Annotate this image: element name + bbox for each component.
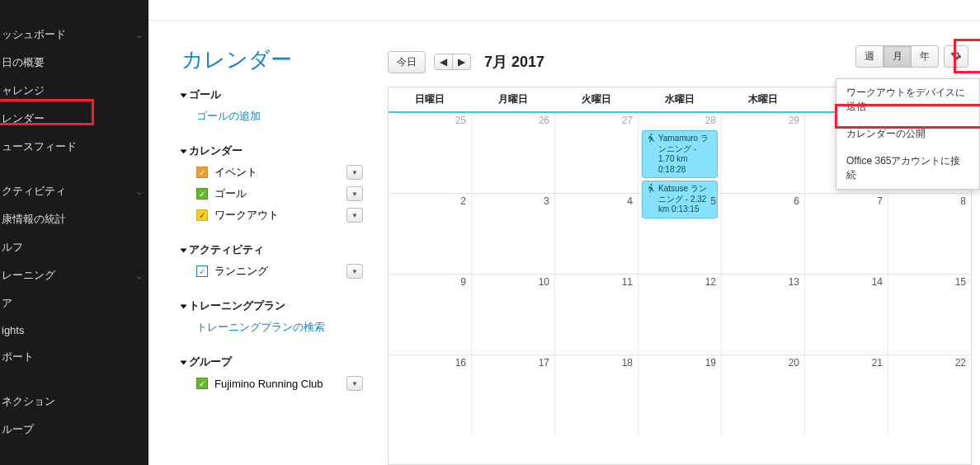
calendar-cell[interactable]: 10 bbox=[472, 275, 555, 355]
calendar-cell[interactable]: 12 bbox=[638, 275, 722, 355]
view-month-button[interactable]: 月 bbox=[883, 45, 912, 68]
sidebar-item[interactable]: ポート bbox=[0, 343, 148, 371]
checkbox-event[interactable]: ✓ bbox=[196, 167, 208, 178]
calendar-cell[interactable]: 3 bbox=[472, 194, 555, 274]
checkbox-workout[interactable]: ✓ bbox=[196, 209, 208, 221]
settings-dropdown: ワークアウトをデバイスに送信 カレンダーの公開 Office 365アカウントに… bbox=[836, 78, 980, 190]
calendar-cell[interactable]: 6 bbox=[722, 194, 805, 274]
checkbox-group[interactable]: ✓ bbox=[196, 378, 208, 389]
app-logo bbox=[0, 0, 148, 21]
sidebar-item[interactable]: 日の概要 bbox=[0, 49, 148, 77]
calendar-cell[interactable]: 8 bbox=[888, 194, 971, 274]
calendar-cell[interactable]: 19 bbox=[638, 355, 722, 436]
day-header-cell: 木曜日 bbox=[721, 87, 804, 111]
sidebar-item[interactable]: ア bbox=[0, 289, 148, 317]
menu-publish-calendar[interactable]: カレンダーの公開 bbox=[836, 120, 979, 148]
add-goal-link[interactable]: ゴールの追加 bbox=[181, 106, 363, 127]
calendar-week-row: 9101112131415 bbox=[389, 275, 971, 355]
sidebar-item[interactable]: コフィーケース bbox=[0, 460, 148, 465]
day-number: 18 bbox=[622, 357, 633, 369]
calendar-cell[interactable]: 9 bbox=[389, 275, 472, 355]
sidebar-item-label: ュースフィード bbox=[2, 139, 77, 154]
day-header-cell: 日曜日 bbox=[389, 87, 472, 111]
menu-send-workout[interactable]: ワークアウトをデバイスに送信 bbox=[836, 79, 979, 120]
section-activity[interactable]: アクティビティ bbox=[181, 237, 363, 261]
next-button[interactable]: ▶ bbox=[453, 54, 471, 70]
sidebar-item[interactable]: ャレンジ bbox=[0, 77, 148, 105]
filter-workout-row: ✓ワークアウト ▼ bbox=[181, 204, 363, 226]
day-number: 27 bbox=[622, 115, 633, 126]
sidebar-item-label: ループ bbox=[2, 422, 34, 437]
calendar-cell[interactable]: 21 bbox=[805, 355, 888, 436]
dropdown-goal[interactable]: ▼ bbox=[346, 186, 363, 201]
calendar-cell[interactable]: 26 bbox=[472, 113, 555, 193]
dropdown-workout[interactable]: ▼ bbox=[346, 208, 363, 223]
calendar-event[interactable]: Yamamuro ランニング - 1.70 km 0:18:28 bbox=[642, 130, 718, 178]
sidebar-item[interactable]: ループ bbox=[0, 416, 148, 444]
day-number: 22 bbox=[955, 357, 966, 369]
dropdown-group[interactable]: ▼ bbox=[346, 376, 363, 391]
prev-button[interactable]: ◀ bbox=[434, 54, 453, 70]
calendar-cell[interactable]: 15 bbox=[888, 275, 971, 355]
calendar-cell[interactable]: 13 bbox=[722, 275, 805, 355]
day-number: 6 bbox=[794, 195, 799, 207]
dropdown-event[interactable]: ▼ bbox=[346, 165, 363, 180]
checkbox-goal[interactable]: ✓ bbox=[196, 188, 208, 200]
calendar-cell[interactable]: 22 bbox=[888, 355, 971, 436]
chevron-down-icon: ⌵ bbox=[137, 271, 142, 280]
sidebar-item-label: ア bbox=[2, 296, 12, 311]
view-week-button[interactable]: 週 bbox=[855, 45, 883, 68]
calendar-cell[interactable]: 29 bbox=[722, 113, 805, 193]
sidebar-item-label: 康情報の統計 bbox=[2, 212, 66, 227]
day-number: 9 bbox=[460, 276, 466, 288]
calendar-cell[interactable]: 7 bbox=[805, 194, 888, 274]
page-title: カレンダー bbox=[181, 45, 292, 74]
section-group[interactable]: グループ bbox=[181, 350, 363, 373]
section-calendar[interactable]: カレンダー bbox=[181, 139, 363, 162]
filter-workout-label: ワークアウト bbox=[214, 208, 279, 223]
day-number: 14 bbox=[872, 276, 883, 288]
view-switch: 週 月 年 bbox=[855, 45, 939, 68]
calendar-cell[interactable]: 5 bbox=[638, 194, 722, 274]
calendar-cell[interactable]: 27 bbox=[555, 113, 638, 193]
sidebar-item[interactable]: レンダー bbox=[0, 105, 148, 133]
day-number: 12 bbox=[705, 276, 716, 288]
settings-button[interactable] bbox=[944, 45, 968, 68]
runner-icon bbox=[646, 184, 656, 194]
dropdown-running[interactable]: ▼ bbox=[346, 264, 363, 279]
sidebar-item[interactable]: 康情報の統計 bbox=[0, 205, 148, 233]
sidebar-item[interactable]: ルフ bbox=[0, 233, 148, 261]
calendar-cell[interactable]: 14 bbox=[805, 275, 888, 355]
today-button[interactable]: 今日 bbox=[388, 51, 426, 73]
calendar-cell[interactable]: 2 bbox=[389, 194, 472, 274]
runner-icon bbox=[646, 134, 656, 143]
day-number: 21 bbox=[872, 357, 883, 369]
filter-event-row: ✓イベント ▼ bbox=[181, 162, 363, 183]
calendar-cell[interactable]: 18 bbox=[555, 355, 638, 436]
sidebar-item[interactable]: ッシュボード⌵ bbox=[0, 21, 148, 49]
day-number: 2 bbox=[460, 195, 466, 207]
calendar-week-row: 2345678 bbox=[389, 194, 971, 275]
menu-office365[interactable]: Office 365アカウントに接続 bbox=[836, 148, 979, 189]
calendar-cell[interactable]: 4 bbox=[555, 194, 638, 274]
sidebar-item[interactable]: ネクション bbox=[0, 388, 148, 416]
sidebar-item[interactable]: ights bbox=[0, 317, 148, 343]
calendar-cell[interactable]: 20 bbox=[722, 355, 805, 436]
day-number: 25 bbox=[455, 115, 466, 126]
calendar-cell[interactable]: 17 bbox=[472, 355, 555, 436]
calendar-cell[interactable]: 28Yamamuro ランニング - 1.70 km 0:18:28Katsus… bbox=[638, 113, 722, 193]
calendar-cell[interactable]: 16 bbox=[389, 355, 472, 436]
sidebar-item[interactable]: レーニング⌵ bbox=[0, 261, 148, 289]
sidebar-item[interactable]: クティビティ⌵ bbox=[0, 177, 148, 205]
calendar-week-row: 16171819202122 bbox=[389, 355, 971, 436]
view-year-button[interactable]: 年 bbox=[912, 45, 939, 68]
day-number: 28 bbox=[705, 115, 716, 126]
day-header-cell: 月曜日 bbox=[472, 87, 555, 111]
sidebar-item[interactable]: ュースフィード bbox=[0, 133, 148, 161]
section-training-plan[interactable]: トレーニングプラン bbox=[181, 294, 363, 317]
section-goal[interactable]: ゴール bbox=[181, 82, 363, 106]
calendar-cell[interactable]: 25 bbox=[389, 113, 472, 193]
search-training-plan-link[interactable]: トレーニングプランの検索 bbox=[181, 317, 363, 338]
calendar-cell[interactable]: 11 bbox=[555, 275, 638, 355]
checkbox-running[interactable] bbox=[196, 265, 208, 277]
